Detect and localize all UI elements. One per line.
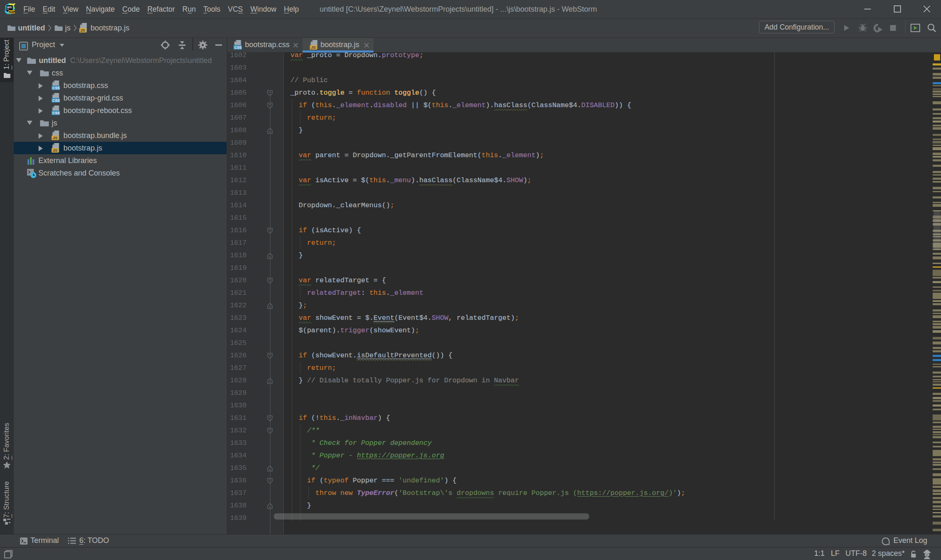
svg-text:JS: JS — [311, 45, 316, 50]
svg-text:JS: JS — [80, 28, 85, 33]
svg-text:CSS: CSS — [53, 111, 60, 115]
svg-text:JS: JS — [53, 136, 58, 140]
svg-text:CSS: CSS — [53, 98, 60, 103]
svg-text:CSS: CSS — [53, 86, 60, 90]
svg-text:JS: JS — [53, 148, 58, 153]
svg-text:CSS: CSS — [235, 45, 242, 50]
svg-text:WS: WS — [7, 5, 12, 9]
svg-text:EAP: EAP — [9, 10, 15, 13]
